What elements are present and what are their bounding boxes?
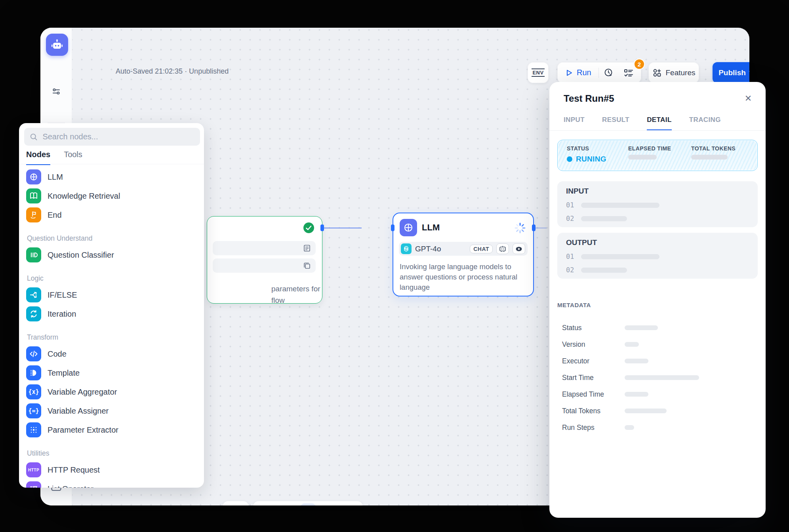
http-request-icon: HTTP — [26, 462, 41, 477]
node-item-variable-aggregator[interactable]: {x} Variable Aggregator — [26, 382, 197, 401]
metadata-row-total-tokens: Total Tokens — [562, 403, 751, 419]
section-transform: Transform — [27, 333, 197, 342]
list-operator-icon — [26, 481, 41, 488]
node-item-iteration[interactable]: Iteration — [26, 304, 197, 323]
status-dot — [567, 156, 572, 162]
app-logo[interactable] — [46, 34, 68, 56]
tab-tracing[interactable]: TRACING — [689, 116, 721, 131]
organize-nodes-button[interactable] — [341, 504, 357, 506]
code-icon — [26, 346, 41, 361]
llm-output-port[interactable] — [532, 224, 536, 231]
openai-icon — [401, 243, 412, 254]
tabs-divider — [549, 130, 766, 131]
publish-button[interactable]: Publish — [713, 62, 749, 83]
iteration-icon — [26, 306, 41, 321]
elapsed-time-label: ELAPSED TIME — [628, 145, 671, 152]
llm-node[interactable]: LLM GPT-4o CHAT — [393, 213, 534, 296]
run-button[interactable]: Run — [557, 68, 598, 77]
env-button[interactable]: ENV — [528, 62, 549, 83]
llm-input-port[interactable] — [391, 224, 394, 231]
row-number: 02 — [566, 215, 574, 222]
row-number: 01 — [566, 201, 574, 209]
run-history-button[interactable] — [599, 68, 619, 78]
start-variable-row[interactable] — [213, 258, 316, 273]
checklist-button[interactable] — [619, 68, 638, 78]
features-button[interactable]: Features — [648, 62, 699, 83]
tab-input[interactable]: INPUT — [564, 116, 585, 131]
if-else-icon — [26, 287, 41, 302]
document-icon — [303, 244, 311, 252]
copy-icon — [303, 262, 311, 270]
llm-node-title: LLM — [422, 222, 440, 233]
hand-tool-button[interactable] — [319, 504, 335, 506]
question-classifier-icon — [26, 247, 41, 262]
tokens-placeholder — [691, 155, 728, 160]
knowledge-retrieval-icon — [26, 188, 41, 203]
success-check-icon — [303, 222, 314, 233]
node-search[interactable] — [24, 128, 200, 146]
loading-spinner-icon — [514, 222, 526, 234]
close-icon[interactable]: ✕ — [743, 93, 754, 104]
start-variable-row[interactable] — [213, 241, 316, 255]
input-placeholder — [581, 216, 627, 221]
features-icon — [652, 68, 662, 78]
node-item-code[interactable]: Code — [26, 344, 197, 363]
metadata-title: METADATA — [557, 302, 591, 308]
variable-assigner-icon: {=} — [26, 403, 41, 418]
checklist-icon — [623, 68, 634, 78]
zoom-toolbar-partial — [223, 501, 249, 505]
status-label: STATUS — [567, 145, 606, 152]
node-list: LLM Knowledge Retrieval End Question Und… — [19, 164, 204, 488]
start-node[interactable]: parameters for flow — [207, 216, 322, 304]
autosave-status: Auto-Saved 21:02:35 · Unpublished — [116, 67, 229, 76]
add-node-button[interactable] — [259, 504, 274, 506]
section-utilities: Utilities — [27, 449, 197, 458]
node-item-variable-assigner[interactable]: {=} Variable Assigner — [26, 401, 197, 420]
node-item-end[interactable]: End — [26, 205, 197, 224]
add-note-button[interactable] — [278, 504, 293, 506]
node-item-if-else[interactable]: IF/ELSE — [26, 285, 197, 304]
play-icon — [565, 69, 573, 77]
status-card: STATUS RUNING ELAPSED TIME TOTAL TOKENS — [557, 140, 758, 171]
preferences-sliders-icon[interactable] — [51, 86, 61, 97]
tab-result[interactable]: RESULT — [602, 116, 629, 131]
total-tokens-label: TOTAL TOKENS — [691, 145, 736, 152]
variable-aggregator-icon: {x} — [26, 384, 41, 399]
row-number: 02 — [566, 266, 574, 274]
tab-nodes[interactable]: Nodes — [26, 150, 50, 165]
node-item-template[interactable]: Template — [26, 363, 197, 382]
template-icon — [26, 365, 41, 380]
node-item-knowledge-retrieval[interactable]: Knowledge Retrieval — [26, 186, 197, 205]
llm-node-icon — [400, 219, 417, 236]
pointer-tool-button[interactable] — [300, 504, 316, 506]
node-item-question-classifier[interactable]: Question Classifier — [26, 245, 197, 264]
output-card: OUTPUT 01 02 — [557, 233, 758, 279]
metadata-row-executor: Executor — [562, 353, 751, 369]
node-item-llm[interactable]: LLM — [26, 167, 197, 186]
metadata-rows: Status Version Executor Start Time Elaps… — [562, 319, 751, 436]
screenshot-root: parameters for flow LLM — [0, 0, 789, 532]
status-value: RUNING — [576, 155, 606, 163]
metadata-row-status: Status — [562, 319, 751, 336]
env-icon: ENV — [532, 68, 544, 77]
node-selector-panel: Nodes Tools LLM Knowledge Retrieval — [19, 123, 204, 488]
llm-model-bar[interactable]: GPT-4o CHAT — [399, 242, 528, 256]
vision-eye-icon — [513, 243, 525, 254]
tab-detail[interactable]: DETAIL — [647, 116, 672, 131]
node-item-http-request[interactable]: HTTP HTTP Request — [26, 460, 197, 479]
chat-mode-badge: CHAT — [470, 245, 493, 253]
start-output-port[interactable] — [320, 224, 324, 231]
llm-icon — [26, 169, 41, 184]
node-item-list-operator[interactable]: List Operator — [26, 479, 197, 488]
agent-icon — [496, 243, 509, 254]
tab-tools[interactable]: Tools — [64, 150, 82, 165]
end-icon — [26, 207, 41, 222]
input-title: INPUT — [566, 187, 749, 196]
section-logic: Logic — [27, 274, 197, 283]
edge-start-to-llm — [322, 228, 362, 228]
node-search-input[interactable] — [42, 132, 194, 142]
row-number: 01 — [566, 253, 574, 260]
run-panel-title: Test Run#5 — [564, 93, 614, 104]
node-item-parameter-extractor[interactable]: Parameter Extractor — [26, 420, 197, 439]
input-placeholder — [581, 203, 659, 208]
